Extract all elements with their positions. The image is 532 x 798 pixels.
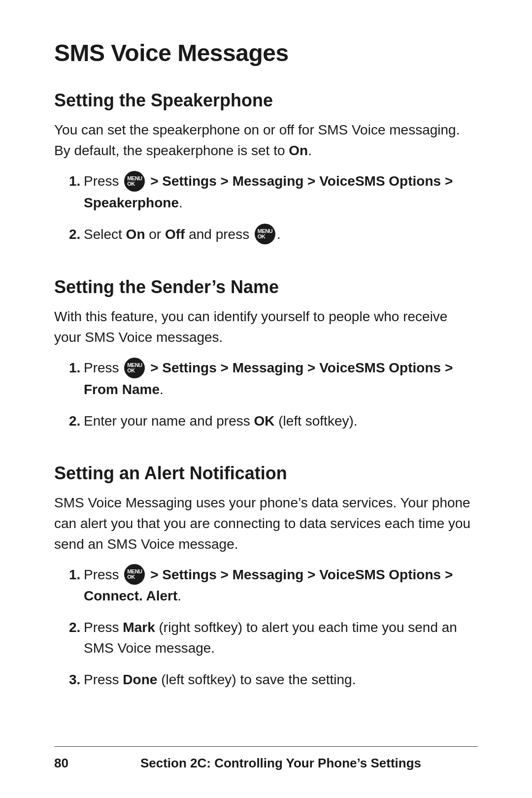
step-content: Press MENUOK > Settings > Messaging > Vo… [84,358,478,400]
step-number: 3. [54,669,84,690]
step-item: 2. Press Mark (right softkey) to alert y… [54,617,478,659]
section-sender-name: Setting the Sender’s Name With this feat… [54,277,478,442]
steps-list-alert-notification: 1. Press MENUOK > Settings > Messaging >… [54,565,478,691]
step-item: 2. Enter your name and press OK (left so… [54,411,478,432]
step-content: Press MENUOK > Settings > Messaging > Vo… [84,565,478,607]
step-number: 1. [54,358,84,378]
page-footer: 80 Section 2C: Controlling Your Phone’s … [54,746,478,771]
step-number: 2. [54,617,84,638]
section-speakerphone: Setting the Speakerphone You can set the… [54,90,478,256]
menu-ok-icon: MENUOK [124,564,145,585]
step-item: 3. Press Done (left softkey) to save the… [54,669,478,690]
section-heading-alert-notification: Setting an Alert Notification [54,463,478,484]
page-container: SMS Voice Messages Setting the Speakerph… [0,0,532,798]
section-intro-speakerphone: You can set the speakerphone on or off f… [54,120,478,161]
footer-section-label: Section 2C: Controlling Your Phone’s Set… [84,756,478,771]
step-content: Select On or Off and press MENUOK. [84,224,478,246]
step-content: Enter your name and press OK (left softk… [84,411,478,432]
section-heading-speakerphone: Setting the Speakerphone [54,90,478,111]
menu-ok-icon: MENUOK [124,171,145,192]
section-intro-alert-notification: SMS Voice Messaging uses your phone’s da… [54,493,478,555]
menu-ok-icon: MENUOK [255,224,275,244]
step-number: 1. [54,171,84,192]
page-title: SMS Voice Messages [54,39,478,66]
section-intro-sender-name: With this feature, you can identify your… [54,306,478,348]
step-item: 1. Press MENUOK > Settings > Messaging >… [54,358,478,400]
step-number: 2. [54,411,84,432]
menu-ok-icon: MENUOK [124,358,145,378]
step-item: 2. Select On or Off and press MENUOK. [54,224,478,246]
section-alert-notification: Setting an Alert Notification SMS Voice … [54,463,478,701]
step-number: 2. [54,224,84,245]
step-content: Press Mark (right softkey) to alert you … [84,617,478,659]
steps-list-sender-name: 1. Press MENUOK > Settings > Messaging >… [54,358,478,432]
step-item: 1. Press MENUOK > Settings > Messaging >… [54,565,478,607]
step-item: 1. Press MENUOK > Settings > Messaging >… [54,171,478,213]
footer-page-number: 80 [54,756,84,771]
step-content: Press Done (left softkey) to save the se… [84,669,478,690]
step-number: 1. [54,565,84,585]
steps-list-speakerphone: 1. Press MENUOK > Settings > Messaging >… [54,171,478,245]
section-heading-sender-name: Setting the Sender’s Name [54,277,478,298]
step-content: Press MENUOK > Settings > Messaging > Vo… [84,171,478,213]
